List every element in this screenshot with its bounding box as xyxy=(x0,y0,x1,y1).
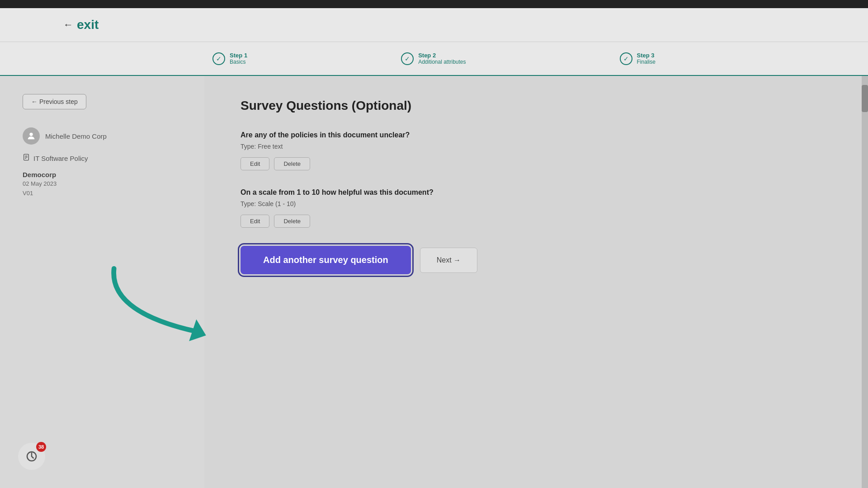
exit-label: exit xyxy=(77,18,99,32)
step-3-check: ✓ xyxy=(620,52,632,65)
question-2-actions: Edit Delete xyxy=(241,215,832,228)
step-3-number: Step 3 xyxy=(637,52,656,59)
top-bar xyxy=(0,0,868,8)
doc-row: IT Software Policy xyxy=(23,154,182,163)
next-button[interactable]: Next → xyxy=(420,248,477,273)
prev-step-button[interactable]: ← Previous step xyxy=(23,94,86,109)
step-3-name: Finalise xyxy=(637,59,656,65)
sidebar: ← Previous step Michelle Demo Corp IT So… xyxy=(0,76,204,488)
step-3: ✓ Step 3 Finalise xyxy=(620,52,656,65)
user-avatar xyxy=(23,127,40,145)
step-1-check: ✓ xyxy=(212,52,225,65)
question-2-delete-button[interactable]: Delete xyxy=(274,215,310,228)
org-name: Democorp xyxy=(23,171,182,178)
question-1-text: Are any of the policies in this document… xyxy=(241,131,832,139)
exit-button[interactable]: ← exit xyxy=(63,18,99,32)
question-2-text: On a scale from 1 to 10 how helpful was … xyxy=(241,188,832,197)
notification-icon xyxy=(25,450,38,463)
header: ← exit xyxy=(0,8,868,42)
step-2-info: Step 2 Additional attributes xyxy=(418,52,466,65)
step-2-check: ✓ xyxy=(401,52,414,65)
question-1-actions: Edit Delete xyxy=(241,157,832,170)
notification-count: 38 xyxy=(36,442,46,452)
question-card-2: On a scale from 1 to 10 how helpful was … xyxy=(241,188,832,228)
scrollbar-track[interactable] xyxy=(862,76,868,488)
notification-badge[interactable]: 38 xyxy=(18,443,45,470)
step-2: ✓ Step 2 Additional attributes xyxy=(401,52,466,65)
add-question-button[interactable]: Add another survey question xyxy=(241,246,411,274)
step-2-number: Step 2 xyxy=(418,52,466,59)
scrollbar-thumb[interactable] xyxy=(862,85,868,112)
doc-name: IT Software Policy xyxy=(33,155,88,162)
org-date: 02 May 2023 xyxy=(23,180,182,187)
page-title: Survey Questions (Optional) xyxy=(241,99,832,113)
doc-icon xyxy=(23,154,30,163)
step-1-info: Step 1 Basics xyxy=(230,52,247,65)
question-card-1: Are any of the policies in this document… xyxy=(241,131,832,170)
step-1-name: Basics xyxy=(230,59,247,65)
step-3-info: Step 3 Finalise xyxy=(637,52,656,65)
user-row: Michelle Demo Corp xyxy=(23,127,182,145)
question-2-edit-button[interactable]: Edit xyxy=(241,215,269,228)
question-1-delete-button[interactable]: Delete xyxy=(274,157,310,170)
main-content: Survey Questions (Optional) Are any of t… xyxy=(204,76,868,488)
question-1-edit-button[interactable]: Edit xyxy=(241,157,269,170)
step-1-number: Step 1 xyxy=(230,52,247,59)
step-2-name: Additional attributes xyxy=(418,59,466,65)
svg-point-0 xyxy=(29,133,33,136)
question-1-type: Type: Free text xyxy=(241,143,832,150)
step-1: ✓ Step 1 Basics xyxy=(212,52,247,65)
exit-arrow-icon: ← xyxy=(63,19,73,31)
action-row: Add another survey question Next → xyxy=(241,246,832,274)
question-2-type: Type: Scale (1 - 10) xyxy=(241,200,832,207)
steps-bar: ✓ Step 1 Basics ✓ Step 2 Additional attr… xyxy=(0,42,868,76)
org-version: V01 xyxy=(23,190,182,197)
user-name: Michelle Demo Corp xyxy=(45,132,107,140)
